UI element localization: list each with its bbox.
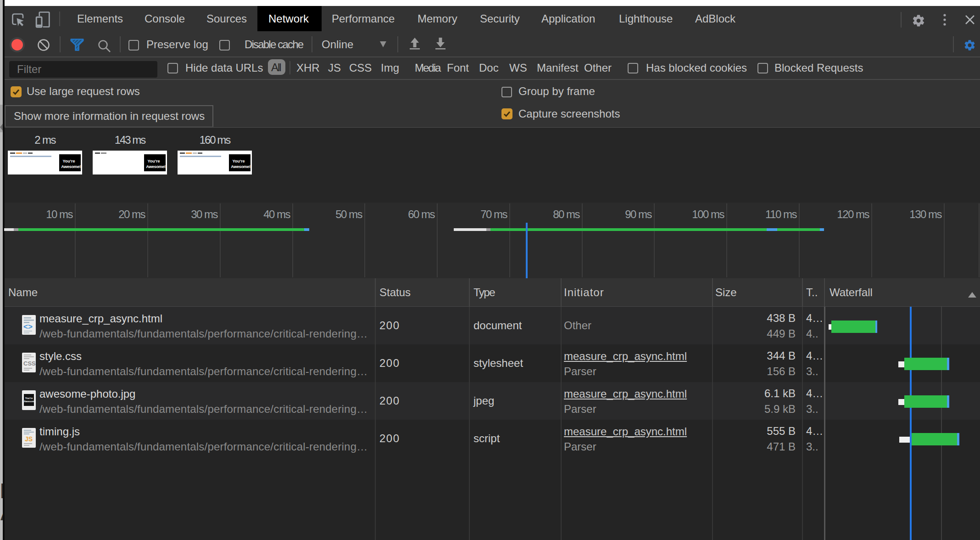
svg-text:CSS: CSS bbox=[23, 360, 36, 367]
svg-text:<>: <> bbox=[23, 322, 33, 331]
svg-text:JS: JS bbox=[25, 435, 33, 443]
